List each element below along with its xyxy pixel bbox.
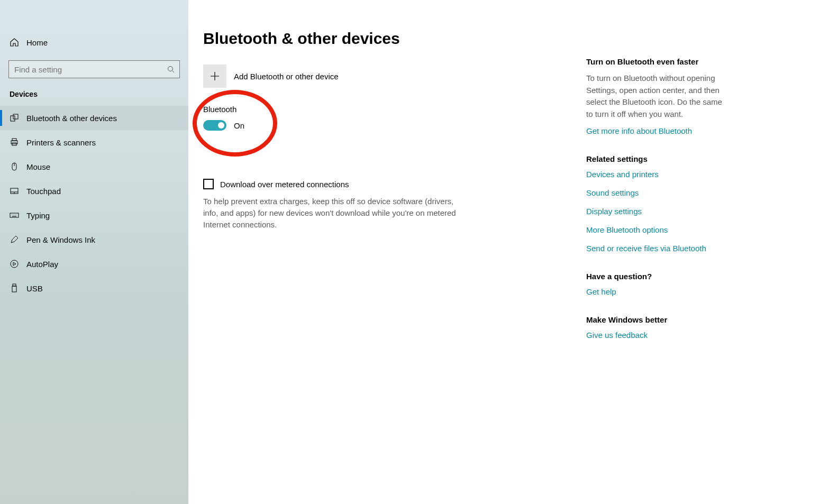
sidebar-item-label: USB [26, 284, 43, 293]
page-title: Bluetooth & other devices [203, 30, 400, 48]
usb-icon [10, 283, 26, 293]
link-more-bluetooth-options[interactable]: More Bluetooth options [586, 225, 729, 234]
metered-checkbox-row[interactable]: Download over metered connections [203, 179, 457, 189]
sidebar-item-label: AutoPlay [26, 260, 58, 269]
plus-icon [203, 65, 226, 88]
sidebar-item-label: Mouse [26, 162, 50, 171]
metered-checkbox-label: Download over metered connections [220, 180, 349, 189]
sidebar-item-label: Pen & Windows Ink [26, 235, 95, 244]
sp-body: To turn on Bluetooth without opening Set… [586, 72, 729, 120]
sidebar-category: Devices [0, 90, 188, 98]
sidebar-home-label: Home [26, 38, 48, 47]
metered-section: Download over metered connections To hel… [203, 179, 457, 230]
sp-title: Make Windows better [586, 315, 729, 324]
sp-title: Turn on Bluetooth even faster [586, 57, 729, 66]
svg-rect-12 [12, 286, 16, 292]
bluetooth-toggle[interactable] [203, 120, 226, 131]
svg-point-10 [11, 260, 18, 268]
metered-description: To help prevent extra charges, keep this… [203, 196, 457, 230]
add-device-label: Add Bluetooth or other device [234, 72, 339, 81]
link-sound-settings[interactable]: Sound settings [586, 188, 729, 197]
sidebar-item-typing[interactable]: Typing [0, 203, 188, 227]
home-icon [10, 38, 26, 47]
link-more-bluetooth-info[interactable]: Get more info about Bluetooth [586, 126, 729, 135]
autoplay-icon [10, 259, 26, 269]
link-send-receive-bluetooth[interactable]: Send or receive files via Bluetooth [586, 244, 729, 253]
svg-rect-3 [13, 114, 18, 119]
bluetooth-section: Bluetooth On [203, 105, 457, 131]
svg-rect-2 [11, 116, 15, 121]
add-device-button[interactable]: Add Bluetooth or other device [203, 65, 339, 88]
sidebar-home[interactable]: Home [0, 32, 188, 53]
bluetooth-devices-icon [10, 113, 26, 123]
mouse-icon [10, 162, 26, 171]
sidebar-item-autoplay[interactable]: AutoPlay [0, 252, 188, 276]
sidebar-item-label: Touchpad [26, 187, 61, 196]
sp-block-feedback: Make Windows better Give us feedback [586, 315, 729, 340]
sp-title: Related settings [586, 154, 729, 163]
svg-point-1 [168, 66, 173, 71]
sidebar-item-touchpad[interactable]: Touchpad [0, 179, 188, 203]
search-box[interactable] [8, 60, 180, 78]
sidebar-item-printers[interactable]: Printers & scanners [0, 130, 188, 154]
sidebar: Home Devices Bluetooth & other devices P… [0, 0, 188, 504]
sp-block-question: Have a question? Get help [586, 272, 729, 296]
side-panel: Turn on Bluetooth even faster To turn on… [586, 57, 729, 359]
pen-icon [10, 235, 26, 244]
touchpad-icon [10, 186, 26, 196]
search-input[interactable] [13, 65, 167, 75]
search-icon [167, 66, 175, 74]
link-devices-printers[interactable]: Devices and printers [586, 170, 729, 179]
sidebar-item-label: Printers & scanners [26, 138, 96, 147]
metered-checkbox[interactable] [203, 179, 214, 189]
sidebar-item-mouse[interactable]: Mouse [0, 154, 188, 179]
bluetooth-toggle-state: On [234, 121, 244, 130]
sidebar-item-usb[interactable]: USB [0, 276, 188, 300]
sidebar-item-label: Bluetooth & other devices [26, 114, 117, 123]
sp-title: Have a question? [586, 272, 729, 281]
svg-rect-11 [13, 284, 16, 286]
sidebar-item-bluetooth[interactable]: Bluetooth & other devices [0, 106, 188, 130]
link-give-feedback[interactable]: Give us feedback [586, 331, 729, 340]
sidebar-item-pen[interactable]: Pen & Windows Ink [0, 227, 188, 252]
svg-rect-9 [10, 213, 19, 217]
link-get-help[interactable]: Get help [586, 287, 729, 296]
main-content: Bluetooth & other devices Add Bluetooth … [188, 0, 828, 504]
keyboard-icon [10, 210, 26, 220]
link-display-settings[interactable]: Display settings [586, 207, 729, 216]
printer-icon [10, 138, 26, 147]
sp-block-faster: Turn on Bluetooth even faster To turn on… [586, 57, 729, 135]
sidebar-item-label: Typing [26, 211, 50, 220]
svg-rect-5 [12, 139, 16, 141]
toggle-knob [218, 122, 224, 129]
sp-block-related: Related settings Devices and printers So… [586, 154, 729, 253]
bluetooth-label: Bluetooth [203, 105, 457, 114]
